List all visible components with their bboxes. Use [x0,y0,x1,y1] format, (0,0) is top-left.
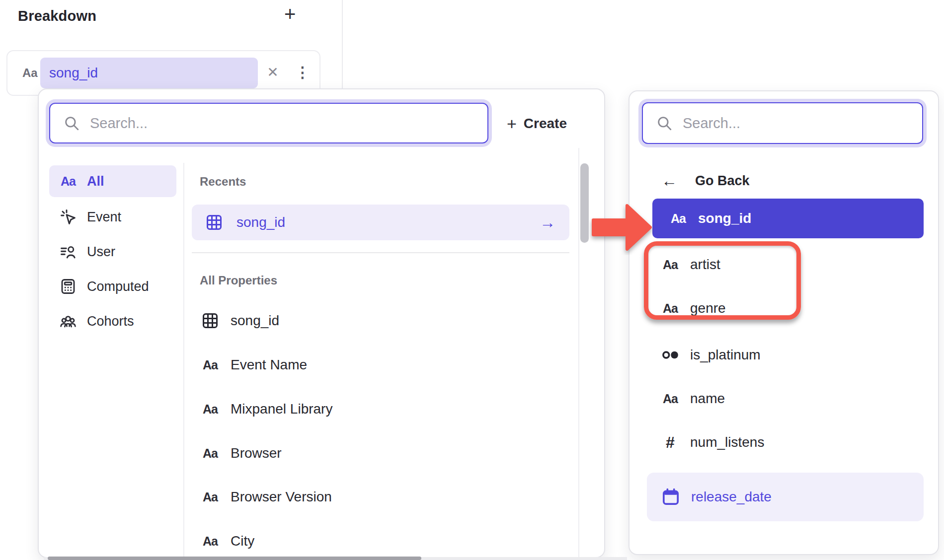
property-value-panel: ← Go Back Aa song_id Aa artist Aa genre … [629,90,939,555]
text-type-icon: Aa [201,400,220,419]
calculator-icon [59,278,77,295]
recents-header: Recents [200,175,246,189]
text-type-icon: Aa [59,172,77,190]
sidebar-item-user[interactable]: User [49,236,176,268]
go-back-button[interactable]: ← Go Back [652,167,801,195]
table-grid-icon [205,213,224,232]
search-input[interactable] [682,115,922,132]
section-divider [342,0,343,88]
list-divider [192,252,569,253]
property-item-event-name[interactable]: Aa Event Name [192,347,550,383]
text-type-icon: Aa [201,444,220,463]
property-item-mixpanel-library[interactable]: Aa Mixpanel Library [192,391,550,427]
text-type-icon: Aa [660,298,680,318]
scrollbar-thumb[interactable] [580,163,589,243]
sidebar-item-all[interactable]: Aa All [49,165,176,197]
text-type-icon: Aa [660,255,680,275]
create-button[interactable]: + Create [507,109,567,138]
user-list-icon [59,243,77,261]
breakdown-chip-value[interactable]: song_id [40,58,258,88]
property-item-name[interactable]: Aa name [652,383,924,414]
breakdown-section-title: Breakdown [18,8,96,24]
sidebar-divider [183,163,184,557]
search-icon [656,115,673,132]
sidebar-item-cohorts[interactable]: Cohorts [49,305,176,337]
boolean-icon [660,345,680,365]
arrow-right-icon: → [540,213,555,232]
property-item-city[interactable]: Aa City [192,523,550,559]
number-icon: # [660,432,680,452]
text-type-icon: Aa [660,389,680,409]
recent-item-song-id[interactable]: song_id → [192,205,569,240]
search-input[interactable] [89,115,487,132]
text-type-icon: Aa [201,355,220,374]
event-cursor-icon [59,208,77,226]
search-icon [63,115,80,132]
plus-icon: + [507,115,517,132]
sidebar-item-computed[interactable]: Computed [49,271,176,302]
text-type-icon: Aa [201,488,220,506]
table-grid-icon [201,311,220,330]
horizontal-scrollbar-thumb[interactable] [48,557,421,560]
people-icon [59,312,77,330]
arrow-left-icon: ← [661,172,677,190]
calendar-icon [660,487,681,507]
property-item-browser-version[interactable]: Aa Browser Version [192,479,550,515]
property-item-browser[interactable]: Aa Browser [192,435,550,471]
screenshot-root: Breakdown + Aa song_id ✕ ⋮ + Create Aa A… [0,0,944,560]
text-type-icon: Aa [22,51,38,95]
search-box [642,102,923,144]
text-type-icon: Aa [201,532,220,551]
property-item-song-id[interactable]: song_id [192,303,550,339]
property-item-artist[interactable]: Aa artist [652,249,924,280]
search-box [49,103,488,143]
add-breakdown-button[interactable]: + [284,4,296,24]
all-properties-header: All Properties [200,274,277,287]
sidebar-item-event[interactable]: Event [49,201,176,233]
property-item-song-id-selected[interactable]: Aa song_id [652,199,924,238]
property-item-release-date[interactable]: release_date [647,473,924,521]
property-item-num-listens[interactable]: # num_listens [652,427,924,458]
scrollbar-track [578,148,579,557]
property-item-is-platinum[interactable]: is_platinum [652,340,924,370]
property-picker-panel: + Create Aa All Event User [38,88,605,558]
property-item-genre[interactable]: Aa genre [652,293,924,324]
text-type-icon: Aa [668,209,688,228]
